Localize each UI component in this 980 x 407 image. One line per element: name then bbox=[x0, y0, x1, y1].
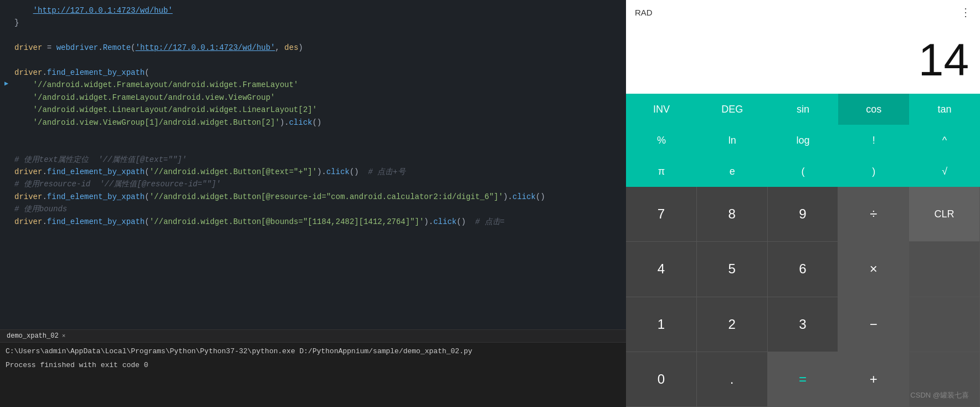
btn-equals[interactable]: = bbox=[768, 352, 839, 407]
code-content: driver.find_element_by_xpath('//android.… bbox=[12, 216, 619, 228]
log-button[interactable]: log bbox=[768, 125, 839, 156]
calc-scientific-panel: INV DEG sin cos tan % ln log ! ^ π e ( )… bbox=[626, 94, 980, 187]
code-content: '/android.widget.LinearLayout/android.wi… bbox=[12, 104, 619, 116]
sin-button[interactable]: sin bbox=[768, 94, 839, 125]
btn-7[interactable]: 7 bbox=[626, 187, 697, 242]
btn-9[interactable]: 9 bbox=[768, 187, 839, 242]
code-content bbox=[12, 54, 619, 67]
btn-dot[interactable]: . bbox=[697, 352, 768, 407]
btn-empty-1 bbox=[909, 242, 980, 297]
btn-1[interactable]: 1 bbox=[626, 297, 697, 352]
code-line: driver = webdriver.Remote('http://127.0.… bbox=[0, 42, 626, 54]
code-line: driver.find_element_by_xpath('//android.… bbox=[0, 166, 626, 178]
calc-display: 14 bbox=[626, 22, 980, 94]
code-content bbox=[12, 129, 619, 141]
calculator-panel: RAD ⋮ 14 INV DEG sin cos tan % ln log ! … bbox=[626, 0, 980, 407]
e-button[interactable]: e bbox=[697, 156, 768, 187]
btn-plus[interactable]: + bbox=[838, 352, 909, 407]
sqrt-button[interactable]: √ bbox=[909, 156, 980, 187]
cos-button[interactable]: cos bbox=[838, 94, 909, 125]
factorial-button[interactable]: ! bbox=[838, 125, 909, 156]
terminal-panel: demo_xpath_02 × C:\Users\admin\AppData\L… bbox=[0, 329, 626, 407]
editor-panel: 'http://127.0.0.1:4723/wd/hub' } driver … bbox=[0, 0, 626, 407]
code-content: '/android.view.ViewGroup[1]/android.widg… bbox=[12, 116, 619, 129]
code-line: driver.find_element_by_xpath('//android.… bbox=[0, 216, 626, 228]
terminal-path: C:\Users\admin\AppData\Local\Programs\Py… bbox=[6, 346, 620, 358]
percent-button[interactable]: % bbox=[626, 125, 697, 156]
code-line bbox=[0, 129, 626, 141]
terminal-tab[interactable]: demo_xpath_02 × bbox=[0, 330, 626, 343]
code-line: } bbox=[0, 17, 626, 29]
pi-button[interactable]: π bbox=[626, 156, 697, 187]
watermark: CSDN @罐装七喜 bbox=[910, 390, 969, 400]
btn-empty-2 bbox=[909, 297, 980, 352]
btn-clr[interactable]: CLR bbox=[909, 187, 980, 242]
terminal-content: C:\Users\admin\AppData\Local\Programs\Py… bbox=[0, 343, 626, 375]
code-line: driver.find_element_by_xpath( bbox=[0, 67, 626, 79]
terminal-close-button[interactable]: × bbox=[62, 333, 66, 339]
power-button[interactable]: ^ bbox=[909, 125, 980, 156]
inv-button[interactable]: INV bbox=[626, 94, 697, 125]
btn-5[interactable]: 5 bbox=[697, 242, 768, 297]
code-line: '/android.widget.LinearLayout/android.wi… bbox=[0, 104, 626, 116]
btn-multiply[interactable]: × bbox=[838, 242, 909, 297]
code-line: ▶ '//android.widget.FrameLayout/android.… bbox=[0, 79, 626, 91]
calc-numpad: 7 8 9 ÷ CLR 4 5 6 × 1 2 3 − 0 . = + bbox=[626, 187, 980, 407]
code-content: '//android.widget.FrameLayout/android.wi… bbox=[12, 79, 619, 91]
code-line: '/android.widget.FrameLayout/android.vie… bbox=[0, 91, 626, 104]
btn-6[interactable]: 6 bbox=[768, 242, 839, 297]
code-content: '/android.widget.FrameLayout/android.vie… bbox=[12, 91, 619, 104]
close-paren-button[interactable]: ) bbox=[838, 156, 909, 187]
open-paren-button[interactable]: ( bbox=[768, 156, 839, 187]
calc-menu-icon[interactable]: ⋮ bbox=[960, 6, 971, 19]
code-line: '/android.view.ViewGroup[1]/android.widg… bbox=[0, 116, 626, 129]
code-content: # 使用text属性定位 '//属性值[@text=""]' bbox=[12, 154, 619, 166]
deg-button[interactable]: DEG bbox=[697, 94, 768, 125]
btn-2[interactable]: 2 bbox=[697, 297, 768, 352]
code-content: driver.find_element_by_xpath('//android.… bbox=[12, 191, 619, 203]
code-content bbox=[12, 141, 619, 153]
btn-divide[interactable]: ÷ bbox=[838, 187, 909, 242]
code-content: # 使用resource-id '//属性值[@resource-id=""]' bbox=[12, 178, 619, 190]
code-content: 'http://127.0.0.1:4723/wd/hub' bbox=[12, 4, 619, 17]
btn-4[interactable]: 4 bbox=[626, 242, 697, 297]
code-line: driver.find_element_by_xpath('//android.… bbox=[0, 191, 626, 203]
terminal-tab-name: demo_xpath_02 bbox=[7, 332, 59, 340]
code-line: 'http://127.0.0.1:4723/wd/hub' bbox=[0, 4, 626, 17]
code-line bbox=[0, 54, 626, 67]
tan-button[interactable]: tan bbox=[909, 94, 980, 125]
btn-0[interactable]: 0 bbox=[626, 352, 697, 407]
code-line: # 使用text属性定位 '//属性值[@text=""]' bbox=[0, 154, 626, 166]
code-content: # 使用bounds bbox=[12, 203, 619, 215]
code-line bbox=[0, 141, 626, 153]
btn-8[interactable]: 8 bbox=[697, 187, 768, 242]
calc-value: 14 bbox=[919, 37, 969, 83]
code-content: driver.find_element_by_xpath( bbox=[12, 67, 619, 79]
code-area[interactable]: 'http://127.0.0.1:4723/wd/hub' } driver … bbox=[0, 0, 626, 329]
calc-header: RAD ⋮ bbox=[626, 0, 980, 22]
ln-button[interactable]: ln bbox=[697, 125, 768, 156]
code-line: # 使用resource-id '//属性值[@resource-id=""]' bbox=[0, 178, 626, 190]
code-content: driver.find_element_by_xpath('//android.… bbox=[12, 166, 619, 178]
arrow-indicator: ▶ bbox=[4, 79, 12, 89]
terminal-output: Process finished with exit code 0 bbox=[6, 360, 620, 372]
code-content: } bbox=[12, 17, 619, 29]
code-content: driver = webdriver.Remote('http://127.0.… bbox=[12, 42, 619, 54]
code-line: # 使用bounds bbox=[0, 203, 626, 215]
calc-mode-label: RAD bbox=[635, 8, 653, 17]
code-line bbox=[0, 29, 626, 42]
code-content bbox=[12, 29, 619, 42]
btn-minus[interactable]: − bbox=[838, 297, 909, 352]
btn-3[interactable]: 3 bbox=[768, 297, 839, 352]
